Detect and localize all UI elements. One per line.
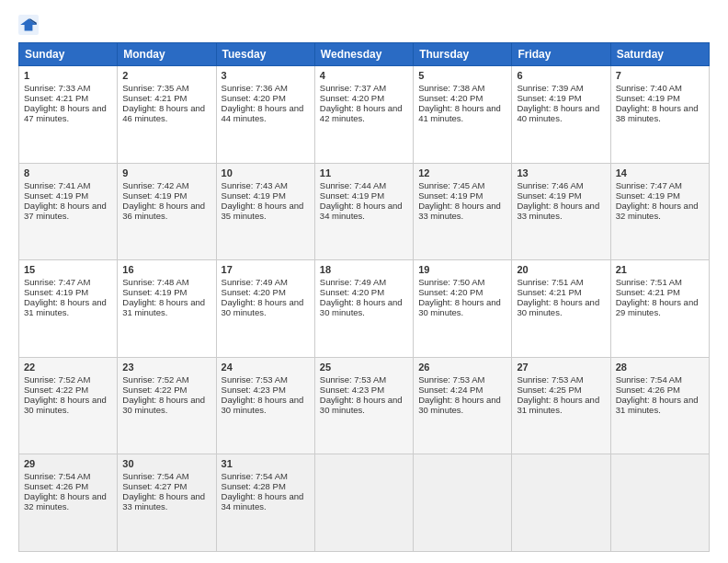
- sunrise-text: Sunrise: 7:43 AM: [222, 180, 288, 190]
- calendar-day-cell: 2Sunrise: 7:35 AMSunset: 4:21 PMDaylight…: [118, 66, 216, 164]
- calendar-day-cell: [314, 454, 413, 552]
- calendar-day-cell: 27Sunrise: 7:53 AMSunset: 4:25 PMDayligh…: [512, 357, 610, 454]
- day-number: 1: [24, 70, 112, 81]
- sunset-text: Sunset: 4:20 PM: [222, 287, 286, 297]
- calendar-day-cell: 5Sunrise: 7:38 AMSunset: 4:20 PMDaylight…: [414, 66, 512, 164]
- calendar-day-cell: 21Sunrise: 7:51 AMSunset: 4:21 PMDayligh…: [610, 260, 709, 358]
- calendar-header-wednesday: Wednesday: [314, 43, 413, 66]
- sunrise-text: Sunrise: 7:41 AM: [24, 180, 90, 190]
- daylight-text: Daylight: 8 hours and 42 minutes.: [320, 103, 403, 123]
- daylight-text: Daylight: 8 hours and 30 minutes.: [320, 297, 403, 317]
- calendar-header-friday: Friday: [512, 43, 610, 66]
- calendar-week-row: 8Sunrise: 7:41 AMSunset: 4:19 PMDaylight…: [19, 163, 710, 260]
- calendar-day-cell: 24Sunrise: 7:53 AMSunset: 4:23 PMDayligh…: [216, 357, 314, 454]
- daylight-text: Daylight: 8 hours and 30 minutes.: [222, 395, 304, 415]
- calendar-header-saturday: Saturday: [610, 43, 709, 66]
- day-number: 22: [24, 362, 112, 373]
- daylight-text: Daylight: 8 hours and 33 minutes.: [418, 201, 501, 221]
- daylight-text: Daylight: 8 hours and 34 minutes.: [320, 201, 403, 221]
- sunset-text: Sunset: 4:22 PM: [122, 385, 187, 395]
- daylight-text: Daylight: 8 hours and 30 minutes.: [24, 395, 107, 415]
- sunrise-text: Sunrise: 7:54 AM: [222, 471, 288, 481]
- sunset-text: Sunset: 4:19 PM: [222, 190, 286, 201]
- sunrise-text: Sunrise: 7:46 AM: [517, 180, 583, 190]
- daylight-text: Daylight: 8 hours and 31 minutes.: [517, 395, 599, 415]
- daylight-text: Daylight: 8 hours and 36 minutes.: [122, 201, 205, 221]
- calendar-day-cell: 14Sunrise: 7:47 AMSunset: 4:19 PMDayligh…: [610, 163, 709, 260]
- calendar-day-cell: 19Sunrise: 7:50 AMSunset: 4:20 PMDayligh…: [414, 260, 512, 358]
- sunset-text: Sunset: 4:26 PM: [24, 481, 88, 491]
- calendar-day-cell: 17Sunrise: 7:49 AMSunset: 4:20 PMDayligh…: [216, 260, 314, 358]
- sunset-text: Sunset: 4:19 PM: [616, 190, 680, 201]
- day-number: 18: [320, 264, 408, 275]
- day-number: 21: [616, 264, 704, 275]
- calendar-header-monday: Monday: [118, 43, 216, 66]
- daylight-text: Daylight: 8 hours and 31 minutes.: [122, 297, 205, 317]
- calendar-day-cell: 3Sunrise: 7:36 AMSunset: 4:20 PMDaylight…: [216, 66, 314, 164]
- sunrise-text: Sunrise: 7:45 AM: [418, 180, 484, 190]
- calendar-day-cell: [610, 454, 709, 552]
- day-number: 14: [616, 167, 704, 178]
- sunset-text: Sunset: 4:23 PM: [320, 385, 384, 395]
- day-number: 8: [24, 167, 112, 178]
- sunrise-text: Sunrise: 7:53 AM: [222, 374, 288, 385]
- sunset-text: Sunset: 4:24 PM: [418, 385, 483, 395]
- sunrise-text: Sunrise: 7:37 AM: [320, 83, 386, 93]
- sunrise-text: Sunrise: 7:51 AM: [517, 277, 583, 287]
- logo: [18, 15, 42, 35]
- day-number: 4: [320, 70, 408, 81]
- calendar-week-row: 22Sunrise: 7:52 AMSunset: 4:22 PMDayligh…: [19, 357, 710, 454]
- day-number: 9: [122, 167, 210, 178]
- calendar-day-cell: 29Sunrise: 7:54 AMSunset: 4:26 PMDayligh…: [19, 454, 118, 552]
- sunrise-text: Sunrise: 7:51 AM: [616, 277, 682, 287]
- daylight-text: Daylight: 8 hours and 30 minutes.: [517, 297, 599, 317]
- header: [18, 15, 710, 35]
- sunrise-text: Sunrise: 7:54 AM: [122, 471, 188, 481]
- sunset-text: Sunset: 4:19 PM: [517, 93, 581, 103]
- daylight-text: Daylight: 8 hours and 29 minutes.: [616, 297, 699, 317]
- sunrise-text: Sunrise: 7:39 AM: [517, 83, 583, 93]
- calendar-table: SundayMondayTuesdayWednesdayThursdayFrid…: [18, 42, 710, 552]
- calendar-day-cell: 20Sunrise: 7:51 AMSunset: 4:21 PMDayligh…: [512, 260, 610, 358]
- calendar-day-cell: 8Sunrise: 7:41 AMSunset: 4:19 PMDaylight…: [19, 163, 118, 260]
- sunset-text: Sunset: 4:19 PM: [24, 287, 88, 297]
- day-number: 3: [222, 70, 310, 81]
- calendar-header-row: SundayMondayTuesdayWednesdayThursdayFrid…: [19, 43, 710, 66]
- day-number: 11: [320, 167, 408, 178]
- day-number: 6: [517, 70, 605, 81]
- daylight-text: Daylight: 8 hours and 34 minutes.: [222, 491, 304, 511]
- day-number: 23: [122, 362, 210, 373]
- daylight-text: Daylight: 8 hours and 30 minutes.: [122, 395, 205, 415]
- sunset-text: Sunset: 4:22 PM: [24, 385, 88, 395]
- sunset-text: Sunset: 4:21 PM: [122, 93, 187, 103]
- day-number: 12: [418, 167, 506, 178]
- sunrise-text: Sunrise: 7:52 AM: [122, 374, 188, 385]
- daylight-text: Daylight: 8 hours and 37 minutes.: [24, 201, 107, 221]
- calendar-day-cell: 15Sunrise: 7:47 AMSunset: 4:19 PMDayligh…: [19, 260, 118, 358]
- calendar-day-cell: 23Sunrise: 7:52 AMSunset: 4:22 PMDayligh…: [118, 357, 216, 454]
- day-number: 27: [517, 362, 605, 373]
- calendar-day-cell: 28Sunrise: 7:54 AMSunset: 4:26 PMDayligh…: [610, 357, 709, 454]
- calendar-day-cell: 9Sunrise: 7:42 AMSunset: 4:19 PMDaylight…: [118, 163, 216, 260]
- sunset-text: Sunset: 4:20 PM: [320, 93, 384, 103]
- day-number: 31: [222, 458, 310, 469]
- daylight-text: Daylight: 8 hours and 38 minutes.: [616, 103, 699, 123]
- calendar-day-cell: 6Sunrise: 7:39 AMSunset: 4:19 PMDaylight…: [512, 66, 610, 164]
- day-number: 7: [616, 70, 704, 81]
- daylight-text: Daylight: 8 hours and 31 minutes.: [24, 297, 107, 317]
- day-number: 15: [24, 264, 112, 275]
- daylight-text: Daylight: 8 hours and 30 minutes.: [222, 297, 304, 317]
- sunset-text: Sunset: 4:21 PM: [517, 287, 581, 297]
- daylight-text: Daylight: 8 hours and 44 minutes.: [222, 103, 304, 123]
- calendar-day-cell: 26Sunrise: 7:53 AMSunset: 4:24 PMDayligh…: [414, 357, 512, 454]
- calendar-week-row: 29Sunrise: 7:54 AMSunset: 4:26 PMDayligh…: [19, 454, 710, 552]
- day-number: 10: [222, 167, 310, 178]
- calendar-day-cell: [414, 454, 512, 552]
- sunrise-text: Sunrise: 7:53 AM: [517, 374, 583, 385]
- sunrise-text: Sunrise: 7:48 AM: [122, 277, 188, 287]
- day-number: 17: [222, 264, 310, 275]
- calendar-day-cell: 25Sunrise: 7:53 AMSunset: 4:23 PMDayligh…: [314, 357, 413, 454]
- sunrise-text: Sunrise: 7:42 AM: [122, 180, 188, 190]
- sunset-text: Sunset: 4:19 PM: [517, 190, 581, 201]
- calendar-day-cell: 10Sunrise: 7:43 AMSunset: 4:19 PMDayligh…: [216, 163, 314, 260]
